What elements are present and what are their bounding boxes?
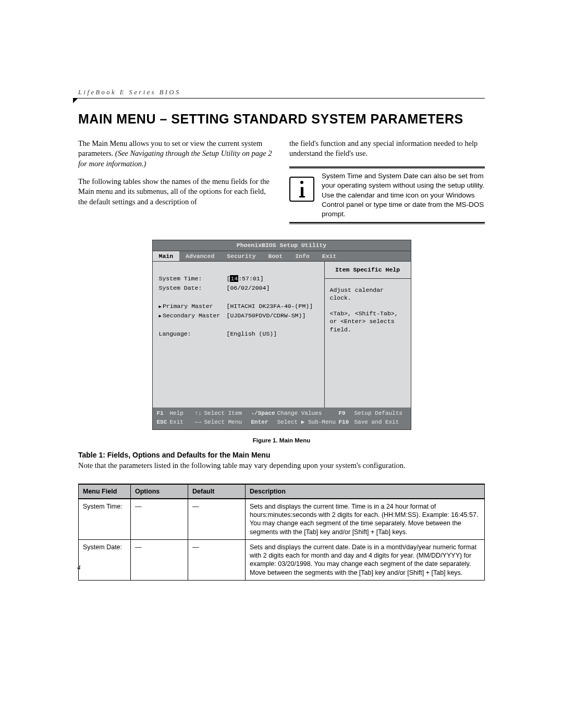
bios-fields-panel: System Time: [14:57:01] System Date: [06… — [153, 262, 325, 408]
th-description: Description — [246, 484, 485, 499]
intro-paragraph-3: the field's function and any special inf… — [289, 139, 485, 159]
page-title: MAIN MENU – SETTING STANDARD SYSTEM PARA… — [78, 112, 485, 127]
bios-screenshot: PhoenixBIOS Setup Utility Main Advanced … — [152, 240, 411, 430]
bios-language-label: Language: — [159, 330, 227, 338]
bios-menu-advanced[interactable]: Advanced — [179, 251, 221, 262]
bios-secondary-master-value: [UJDA750FDVD/CDRW-SM)] — [227, 312, 306, 320]
parameters-table: Menu Field Options Default Description S… — [78, 484, 485, 581]
info-icon — [289, 177, 314, 202]
bios-menu-security[interactable]: Security — [221, 251, 262, 262]
table-row: System Date: — — Sets and displays the c… — [79, 539, 485, 580]
bios-menu-main[interactable]: Main — [153, 251, 180, 262]
bios-secondary-master-label[interactable]: ▶Secondary Master — [159, 312, 227, 320]
bios-primary-master-label[interactable]: ▶Primary Master — [159, 302, 227, 311]
bios-time-value[interactable]: [14:57:01] — [227, 275, 264, 283]
table-title: Table 1: Fields, Options and Defaults fo… — [78, 451, 485, 459]
bios-time-label: System Time: — [159, 275, 227, 283]
bios-help-panel: Item Specific Help Adjust calendar clock… — [325, 262, 411, 408]
running-header: LifeBook E Series BIOS — [78, 89, 485, 96]
bios-menu-exit[interactable]: Exit — [316, 251, 343, 262]
th-options: Options — [131, 484, 188, 499]
bios-date-value[interactable]: [06/02/2004] — [227, 284, 270, 292]
table-note: Note that the parameters listed in the f… — [78, 461, 485, 470]
table-header-row: Menu Field Options Default Description — [79, 484, 485, 499]
bios-help-title: Item Specific Help — [325, 262, 411, 279]
note-text: System Time and System Date can also be … — [322, 171, 485, 219]
bios-footer: F1Help ↑↓Select Item -/SpaceChange Value… — [153, 408, 411, 429]
bios-menu-bar: Main Advanced Security Boot Info Exit — [153, 251, 411, 262]
bios-menu-boot[interactable]: Boot — [262, 251, 289, 262]
bios-primary-master-value: [HITACHI DK23FA-40-(PM)] — [227, 302, 313, 311]
figure-caption: Figure 1. Main Menu — [78, 437, 485, 443]
intro-paragraph-2: The following tables show the names of t… — [78, 177, 274, 207]
bios-language-value[interactable]: [English (US)] — [227, 330, 277, 338]
th-menu-field: Menu Field — [79, 484, 131, 499]
bios-menu-info[interactable]: Info — [289, 251, 316, 262]
table-row: System Time: — — Sets and displays the c… — [79, 499, 485, 540]
header-rule — [78, 98, 485, 98]
th-default: Default — [188, 484, 246, 499]
info-note: System Time and System Date can also be … — [289, 166, 485, 224]
bios-help-line-1: Adjust calendar clock. — [330, 286, 406, 302]
bios-date-label: System Date: — [159, 284, 227, 292]
bios-help-line-2: <Tab>, <Shift-Tab>, or <Enter> selects f… — [330, 310, 406, 334]
bios-title: PhoenixBIOS Setup Utility — [153, 240, 411, 251]
page-number: 4 — [77, 563, 81, 572]
body-columns: The Main Menu allows you to set or view … — [78, 131, 485, 224]
intro-paragraph-1: The Main Menu allows you to set or view … — [78, 139, 274, 169]
